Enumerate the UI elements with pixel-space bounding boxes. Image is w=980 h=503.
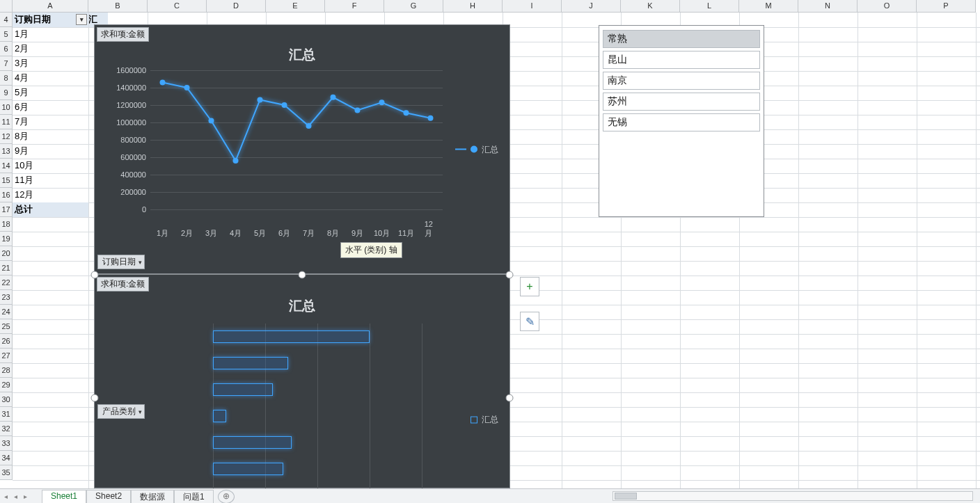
scrollbar-thumb[interactable] (615, 493, 637, 500)
pivot-row-item[interactable]: 2月 (13, 42, 88, 56)
pivot-row-item[interactable]: 5月 (13, 86, 88, 100)
pivot-chart-bar[interactable]: 求和项:金额 汇总 睡袋暖靴警告标服装宠物用品彩盒 汇总 产品类别 (94, 274, 510, 488)
row-header[interactable]: 24 (0, 305, 13, 319)
column-header[interactable]: D (207, 0, 266, 13)
sheet-tab-bar: ◂ ◂ ▸ Sheet1Sheet2数据源问题1⊕ (0, 488, 980, 503)
row-header[interactable]: 9 (0, 86, 13, 100)
chart-axis-field-tag[interactable]: 产品类别 (97, 404, 145, 419)
row-header[interactable]: 23 (0, 290, 13, 305)
column-header[interactable]: F (325, 0, 384, 13)
pivot-row-item[interactable]: 6月 (13, 100, 88, 115)
row-header[interactable]: 7 (0, 56, 13, 71)
row-header[interactable]: 8 (0, 71, 13, 86)
row-header[interactable]: 22 (0, 276, 13, 290)
pivot-row-item[interactable]: 1月 (13, 27, 88, 42)
row-header[interactable]: 17 (0, 202, 13, 217)
row-header[interactable]: 25 (0, 319, 13, 334)
slicer-item[interactable]: 苏州 (603, 93, 760, 111)
chart-plot-area[interactable]: 睡袋暖靴警告标服装宠物用品彩盒 (213, 330, 436, 497)
row-header[interactable]: 12 (0, 129, 13, 144)
column-header[interactable]: A (13, 0, 88, 13)
pivot-grand-total[interactable]: 总计 (13, 202, 88, 217)
select-all-corner[interactable] (0, 0, 13, 13)
column-header[interactable]: I (503, 0, 562, 13)
slicer-item[interactable]: 无锡 (603, 113, 760, 131)
column-header[interactable]: E (266, 0, 325, 13)
sheet-tab[interactable]: Sheet2 (86, 490, 131, 503)
chart-value-field-tag[interactable]: 求和项:金额 (97, 277, 149, 292)
tab-nav-buttons[interactable]: ◂ ◂ ▸ (4, 493, 31, 502)
chart-styles-button[interactable]: ✎ (520, 312, 539, 331)
pivot-row-item[interactable]: 9月 (13, 144, 88, 159)
row-header[interactable]: 32 (0, 422, 13, 436)
row-header[interactable]: 28 (0, 363, 13, 378)
pivot-row-item[interactable]: 7月 (13, 115, 88, 129)
chart-axis-field-tag[interactable]: 订购日期 (97, 255, 145, 269)
row-header[interactable]: 27 (0, 349, 13, 363)
slicer-region[interactable]: 常熟昆山南京苏州无锡 (599, 25, 764, 217)
row-header[interactable]: 26 (0, 334, 13, 349)
nav-first-icon[interactable]: ◂ (4, 493, 11, 502)
nav-next-icon[interactable]: ▸ (24, 493, 31, 502)
row-header[interactable]: 18 (0, 217, 13, 232)
column-header[interactable]: M (739, 0, 798, 13)
pivot-row-item[interactable]: 8月 (13, 129, 88, 144)
column-header[interactable]: H (443, 0, 503, 13)
column-header[interactable]: P (917, 0, 976, 13)
row-header[interactable]: 35 (0, 465, 13, 480)
column-header[interactable]: C (148, 0, 207, 13)
selection-handle[interactable] (91, 271, 99, 279)
row-header[interactable]: 14 (0, 159, 13, 173)
row-header[interactable]: 29 (0, 378, 13, 392)
column-header[interactable]: L (680, 0, 739, 13)
row-header[interactable]: 10 (0, 100, 13, 115)
slicer-item[interactable]: 昆山 (603, 51, 760, 69)
chart-legend[interactable]: 汇总 (455, 143, 498, 155)
row-header[interactable]: 30 (0, 392, 13, 407)
selection-handle[interactable] (299, 271, 306, 279)
nav-prev-icon[interactable]: ◂ (14, 493, 21, 502)
column-header[interactable]: G (384, 0, 443, 13)
pivot-row-item[interactable]: 4月 (13, 71, 88, 86)
row-header[interactable]: 19 (0, 232, 13, 246)
slicer-item[interactable]: 南京 (603, 72, 760, 90)
chart-legend[interactable]: 汇总 (471, 414, 498, 426)
pivot-chart-line[interactable]: 求和项:金额 汇总 020000040000060000080000010000… (94, 24, 510, 274)
column-header[interactable]: J (562, 0, 621, 13)
pivot-row-item[interactable]: 11月 (13, 173, 88, 188)
row-header[interactable]: 4 (0, 13, 13, 27)
horizontal-scrollbar[interactable] (612, 491, 973, 501)
row-header[interactable]: 5 (0, 27, 13, 42)
pivot-row-field-header[interactable]: 订购日期 (13, 13, 88, 27)
row-header[interactable]: 20 (0, 246, 13, 261)
dropdown-icon[interactable] (76, 14, 87, 25)
slicer-item[interactable]: 常熟 (603, 30, 760, 48)
row-header[interactable]: 21 (0, 261, 13, 276)
chart-elements-button[interactable]: + (520, 277, 539, 296)
sheet-tab[interactable]: Sheet1 (42, 490, 86, 503)
column-header[interactable]: K (621, 0, 680, 13)
chart-value-field-tag[interactable]: 求和项:金额 (97, 27, 149, 42)
row-header[interactable]: 16 (0, 188, 13, 202)
row-header[interactable]: 33 (0, 436, 13, 451)
pivot-row-item[interactable]: 10月 (13, 159, 88, 173)
sheet-tab[interactable]: 数据源 (131, 490, 174, 503)
row-header[interactable]: 34 (0, 451, 13, 465)
column-header[interactable]: N (798, 0, 858, 13)
row-header[interactable]: 15 (0, 173, 13, 188)
column-header[interactable]: O (858, 0, 917, 13)
row-header[interactable]: 13 (0, 144, 13, 159)
row-header[interactable]: 31 (0, 407, 13, 422)
row-header[interactable]: 11 (0, 115, 13, 129)
pivot-row-item[interactable]: 3月 (13, 56, 88, 71)
selection-handle[interactable] (506, 394, 514, 402)
column-header[interactable]: B (88, 0, 148, 13)
chart-plot-area[interactable]: 0200000400000600000800000100000012000001… (150, 70, 443, 223)
selection-handle[interactable] (91, 394, 99, 402)
selection-handle[interactable] (506, 271, 514, 279)
add-sheet-button[interactable]: ⊕ (218, 490, 235, 503)
sheet-tab[interactable]: 问题1 (174, 490, 214, 503)
pivot-row-item[interactable]: 12月 (13, 188, 88, 202)
svg-point-6 (306, 123, 312, 129)
row-header[interactable]: 6 (0, 42, 13, 56)
